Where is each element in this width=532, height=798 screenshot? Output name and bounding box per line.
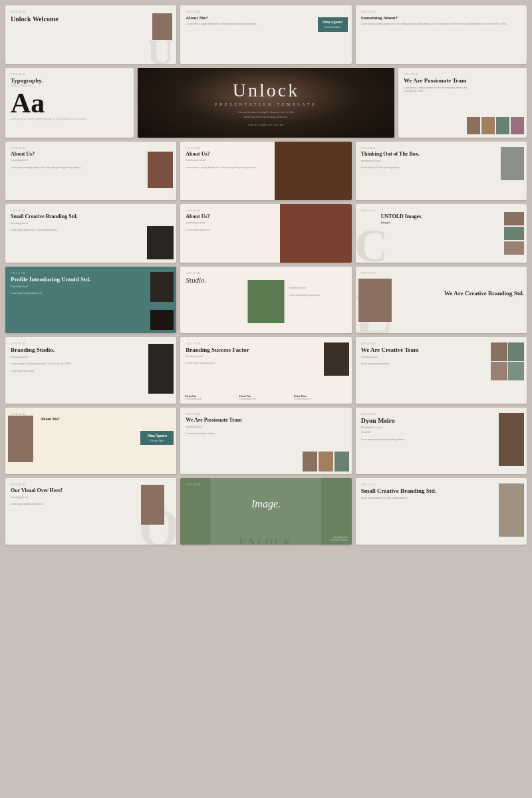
slide-title-dm: Dyon Meiro (361, 417, 521, 425)
slide-label-am2: UNLOCK (11, 412, 171, 416)
big-aa: Aa (11, 89, 128, 117)
slide-body-think: Something up About?Lorem ipsum text of t… (361, 160, 450, 170)
slide-body-sf: Something About?Lorem ipsum branding suc… (186, 355, 274, 366)
slide-body-about1: Something About?Lorem ipsum is simply du… (11, 159, 99, 170)
slide-label: UNLOCK (11, 10, 171, 13)
factor-three: Factor ThreeLorem ipsum text. (294, 395, 347, 400)
hero-desc: Lorem Ipsum is simply dummy text of thep… (215, 110, 317, 120)
untold-subtitle: Images. (381, 221, 521, 224)
untold-title: UNTOLD Images. (381, 213, 521, 219)
slide-about-us-1: UNLOCK About Us? Something About?Lorem i… (5, 142, 176, 200)
big-c: C (356, 223, 388, 263)
slide-about-us-3: UNLOCK About Us? Something up About?Lore… (180, 204, 351, 263)
cb-photo (358, 279, 392, 322)
slide-label-sf: UNLOCK (186, 342, 346, 345)
dm-role: Branding Executive (361, 426, 521, 429)
pi-photo2 (150, 310, 174, 330)
slide-passionate-1: UNLOCK We Are Passionate Team Lorem Ipsu… (398, 68, 527, 138)
slide-title-about2: About Us? (186, 151, 266, 157)
slide-label-think: UNLOCK (361, 146, 521, 150)
slide-title-think: Thinking Out of The Box. (361, 151, 450, 158)
p2-photos (303, 452, 349, 471)
slide-title-ct: We Are Creative Team (361, 346, 442, 354)
hero-subtitle: PRESENTATION TEMPLATE (215, 102, 317, 106)
slide-title-pi: Profile Introducing Untold Std. (11, 276, 99, 283)
dm-photo (499, 413, 524, 466)
hero-url: www.capitol.co.id (215, 123, 317, 126)
slide-hero: Unlock PRESENTATION TEMPLATE Lorem Ipsum… (138, 68, 394, 138)
sc2-photo (499, 483, 524, 537)
slide-label-sc2: UNLOCK (361, 483, 521, 486)
slide-typography: UNLOCK Typography. Regular / Médium Pro … (5, 68, 134, 138)
slide-title-something: Something About? (361, 15, 521, 21)
bs-photo (148, 344, 174, 394)
slide-body-pi: Something About?Lorem ipsum simply dummy… (11, 285, 99, 296)
slide-our-visual: UNLOCK Our Visual Over Here! Something A… (5, 478, 176, 545)
factor-two: Factor TwoLorem ipsum text. (239, 395, 293, 400)
profile-card-nina: Nina Aguero Executive Editor (318, 17, 348, 32)
slide-creative-team: UNLOCK We Are Creative Team Something Ab… (356, 337, 527, 404)
font-sample: Regular / Médium Pro (11, 84, 128, 87)
slide-title-typo: Typography. (11, 77, 128, 84)
slide-thinking: UNLOCK Thinking Out of The Box. Somethin… (356, 142, 527, 200)
it-watermark: UNLOCK (239, 537, 292, 545)
slide-studio: UNLOCK Studio. Something About?Lorem ips… (180, 267, 351, 333)
slide-body-au3: Something up About?Lorem ipsum dummy tex… (186, 221, 274, 232)
slide-body-ct: Something About?Lorem ipsum printing ind… (361, 356, 442, 366)
team-photos (467, 117, 524, 134)
slide-label-bs: UNLOCK (11, 342, 171, 345)
slide-title-pass: We Are Passionate Team (404, 77, 468, 84)
slide-label: UNLOCK (361, 10, 521, 13)
slide-dyon-meiro: UNLOCK Dyon Meiro Branding Executive Abo… (356, 408, 527, 474)
slide-something-about-1: UNLOCK Something About? Lorem Ipsum is s… (356, 5, 527, 64)
slide-title-about1: About Us? (11, 151, 99, 157)
slide-label-p2: UNLOCK (186, 412, 346, 416)
slide-title: Unlock Welcome (11, 15, 99, 23)
about2-photo (275, 142, 352, 200)
slide-label: UNLOCK (11, 146, 171, 150)
thinking-photo (501, 147, 524, 180)
ct-photos (491, 342, 524, 380)
sc1-photo (147, 226, 174, 259)
slide-passionate-2: UNLOCK We Are Passionate Team Something … (180, 408, 351, 474)
slide-creative-branding: UNLOCK L We Are Creative Branding Std. (356, 267, 527, 333)
slide-profile-intro: UNLOCK Profile Introducing Untold Std. S… (5, 267, 176, 333)
slide-title-au3: About Us? (186, 213, 274, 219)
slide-small-creative-1: UNLOCK Small Creative Branding Std. Some… (5, 204, 176, 263)
slide-title-sc1: Small Creative Branding Std. (11, 213, 91, 220)
sf-photo (324, 342, 349, 376)
slide-label-dm: UNLOCK (361, 412, 521, 416)
factor-one: Factor OneLorem ipsum text. (185, 395, 238, 400)
slide-title-sf: Branding Success Factor (186, 346, 274, 354)
slide-branding-studio: UNLOCK Branding Studio. Something About?… (5, 337, 176, 404)
au3-photo (280, 204, 352, 263)
slide-title-sc2: Small Creative Branding Std. (361, 487, 450, 495)
slide-about-me-1: UNLOCK About Me? Lorem ipsum is simply d… (180, 5, 351, 64)
lorem-text-typo: Lorem ipsum dolor sit amet, consectetur … (11, 118, 128, 120)
slide-label-sc1: UNLOCK (11, 209, 171, 212)
slide-body-ov: Something About?Lorem ipsum dummy text i… (11, 496, 91, 507)
slide-label: UNLOCK (186, 10, 346, 13)
slide-body-sc1: Something About?Lorem ipsum dummy text o… (11, 222, 99, 233)
slide-about-me-2: UNLOCK About Me? Nina Aguero Executive E… (5, 408, 176, 474)
slide-body-bs: Something About?Lorem dummy text brandin… (11, 356, 99, 373)
pi-photo1 (150, 272, 174, 302)
slide-title-bs: Branding Studio. (11, 346, 99, 354)
slide-label-pass: UNLOCK (404, 72, 521, 76)
slide-title-ov: Our Visual Over Here! (11, 487, 99, 494)
welcome-photo (152, 13, 172, 40)
slide-title-p2: We Are Passionate Team (186, 417, 266, 424)
slide-body-about2: Something up About?Lorem ipsum is simply… (186, 159, 274, 170)
slide-body-about: Lorem ipsum is simply dummy text of the … (186, 23, 266, 26)
slide-unlock-welcome: UNLOCK Unlock Welcome U (5, 5, 176, 64)
slide-untold: UNLOCK C UNTOLD Images. Images. (356, 204, 527, 263)
slide-success-factor: UNLOCK Branding Success Factor Something… (180, 337, 351, 404)
am2-photo (8, 416, 33, 462)
factors-row: Factor OneLorem ipsum text. Factor TwoLo… (185, 395, 346, 400)
studio-body: Something About?Lorem ipsum simply dummy… (289, 287, 349, 297)
slide-title-cb: We Are Creative Branding Std. (444, 290, 524, 297)
hero-content: Unlock PRESENTATION TEMPLATE Lorem Ipsum… (215, 80, 317, 126)
slide-label-untold: UNLOCK (361, 209, 521, 212)
untold-photos (504, 212, 524, 255)
dm-body: About Me?Lorem ipsum printing and typese… (361, 431, 450, 442)
